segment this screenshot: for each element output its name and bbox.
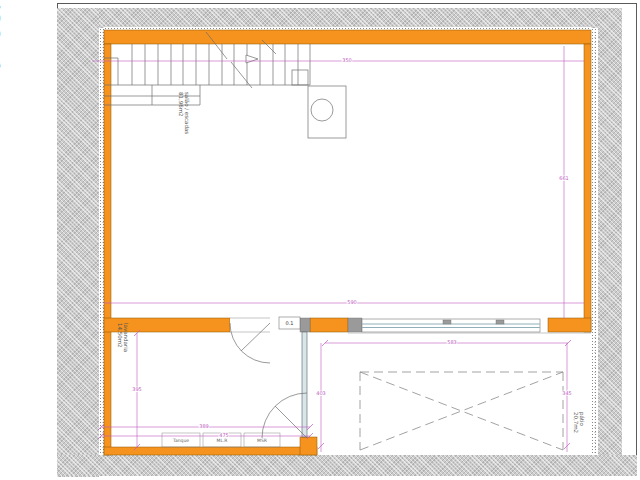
dim-text-laundry-lower: 475 [219,432,229,438]
room-label-patio: pátio 20,7m2 [573,412,586,433]
wall-hall-bottom-left [310,318,348,332]
stair-treads [132,44,310,85]
stair-winders [104,85,310,105]
dryer-label: MSR [257,438,267,443]
patio-cross-dashed [360,372,563,450]
wall-top [104,30,591,44]
post-door-side [300,318,310,332]
dim-text-patio-left: 403 [316,390,326,396]
door-opening [230,318,270,332]
window-mullion-1 [443,320,451,324]
plan-linework: 0.1 Tanque ML.R MSR [0,0,640,480]
laundry-entry-door [230,318,270,363]
laundry-patio-door [262,393,307,438]
door-code-label: 0.1 [286,320,294,326]
door-code: 0.1 [279,317,300,329]
room-label-salon: salão / escadas 81,96m2 [178,92,191,134]
wall-hall-bottom-right [548,318,591,332]
dim-text-laundry-upper: 389 [199,423,209,429]
wall-left [104,44,111,455]
floor-plan-canvas: ISO -1 [0,0,640,480]
washer-label: ML.R [217,438,228,443]
dim-text-laundry-height: 395 [132,386,142,392]
walls [104,30,591,455]
room-area: 20,7m2 [573,412,579,433]
dim-text-window-width: 583 [447,339,457,345]
dimension-lines: 350 661 590 583 403 345 395 389 475 [92,46,584,452]
window-mullion-2 [496,320,504,324]
dim-text-right-height: 661 [559,175,569,181]
wall-partition-stub [300,437,317,455]
stair-newel [292,70,308,85]
column-with-flue [308,86,346,138]
flue-circle [311,99,333,121]
dim-text-patio-right: 345 [562,390,572,396]
room-name: lavandaria [123,323,129,352]
room-name: salão / escadas [184,92,190,134]
glazed-partition [302,332,307,437]
room-area: 81,96m2 [178,92,184,117]
room-area: 14,50m2 [117,323,123,348]
room-label-laundry: lavandaria 14,50m2 [117,323,130,352]
stair-direction-arrow-icon [246,55,258,63]
dim-ticks [98,330,571,450]
column-outline [308,86,346,138]
post-window-side [348,318,362,332]
tank-label: Tanque [172,438,189,443]
wall-right [584,44,591,332]
dim-text-hall-width: 590 [347,299,357,305]
dim-text-top-width: 350 [342,57,352,63]
